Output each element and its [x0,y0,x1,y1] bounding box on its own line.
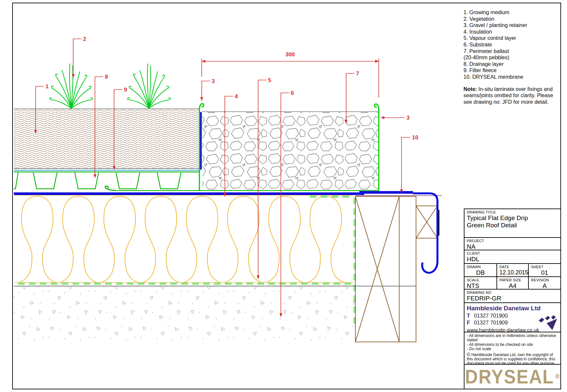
disclaimer-line: - All dimensions are in millimetres unle… [467,334,558,343]
callout-3: 3 [212,78,215,84]
legend-item: 2. Vegetation [463,16,560,22]
paper-size-label: PAPER SIZE [497,277,528,282]
copyright-symbol: © [467,352,470,357]
disclaimer-line: - All dimensions to be checked on site [467,343,558,347]
dimension-value: 300 [285,51,295,58]
drawing-sheet: 1 2 8 9 3 4 5 6 7 10 3 300 1. Growing me… [0,0,567,392]
legend: 1. Growing medium 2. Vegetation 3. Grave… [463,9,560,105]
sheet-label: SHEET [529,264,560,269]
note-text: In-situ laminate over fixings and seams/… [463,86,553,105]
legend-item: 9. Filter fleece [463,67,560,74]
legend-item: 7. Perimeter ballast [463,48,560,55]
note-label: Note: [463,86,477,92]
callout-10: 10 [412,134,418,141]
project-cell: PROJECT NA [464,238,560,250]
legend-item: (20-40mm pebbles) [463,54,560,61]
insulation-hatch [15,195,354,283]
brand-cell: DRYSEAL ® [464,365,560,388]
callout-5: 5 [268,77,271,83]
legend-item: 8. Drainage layer [463,61,560,68]
drawn-label: DRAWN [464,264,496,269]
revision-value: A [529,282,560,290]
callout-3-right: 3 [406,115,409,121]
revision-label: REVISION [529,277,560,282]
client-value: HDL [464,255,560,263]
leader-3-left [202,81,210,101]
drawing-no-value: FEDRIP-GR [464,294,560,302]
title-block: DRAWING TITLE Typical Flat Edge Drip Gre… [464,209,561,389]
callout-9: 9 [124,87,127,93]
legend-item: 3. Gravel / planting retainer [463,22,560,29]
date-value: 12.10.2015 [497,269,528,276]
callout-6: 6 [291,90,294,96]
timber-kerb [355,196,437,342]
sheet-value: 01 [529,269,560,276]
scale-value: NTS [464,282,496,290]
drawing-title-label: DRAWING TITLE [464,209,560,214]
scale-cell: SCALE NTS [464,277,497,289]
legend-item: 6. Substrate [463,42,560,48]
client-label: CLIENT [464,250,560,255]
fax-label: F [467,320,470,325]
callout-4: 4 [235,93,238,99]
tel-number: 01327 701900 [474,313,508,319]
vegetation-plants [50,64,170,108]
growing-medium-hatch [14,109,199,169]
drawing-title-cell: DRAWING TITLE Typical Flat Edge Drip Gre… [464,209,560,238]
paper-size-value: A4 [497,282,528,290]
legend-note: Note: In-situ laminate over fixings and … [463,86,560,105]
project-value: NA [464,243,560,250]
legend-item: 10. DRYSEAL membrane [463,74,560,80]
company-name: Hambleside Danelaw Ltd [464,303,560,312]
registered-mark-icon: ® [555,373,560,380]
hambleside-danelaw-logo-icon [538,314,558,331]
copyright-text: Hambleside Danelaw Ltd, own the copyrigh… [467,352,555,365]
project-label: PROJECT [464,238,560,243]
drawn-value: DB [464,269,496,276]
revision-cell: REVISION A [529,277,560,289]
legend-item: 5. Vapour control layer [463,35,560,42]
leader-10 [402,137,410,193]
drawing-title-line1: Typical Flat Edge Drip [464,214,560,222]
legend-item: 1. Growing medium [463,9,560,16]
drawing-no-label: DRAWING NO [464,290,560,294]
legend-item: 4. Insulation [463,29,560,35]
callout-7: 7 [356,70,359,77]
callout-8: 8 [105,74,108,80]
drawn-cell: DRAWN DB [464,264,497,276]
client-cell: CLIENT HDL [464,250,560,264]
dryseal-membrane [14,191,437,273]
tel-label: T [467,313,470,319]
scale-label: SCALE [464,277,496,282]
disclaimer-cell: - All dimensions are in millimetres unle… [464,332,560,365]
drawing-title-line2: Green Roof Detail [464,222,560,229]
perimeter-ballast [202,112,378,190]
dryseal-logo: DRYSEAL [465,366,554,387]
disclaimer-line: - Do not scale [467,347,558,351]
membrane-upstand [200,112,202,170]
callout-2: 2 [83,36,86,42]
date-label: DATE [497,264,528,269]
paper-size-cell: PAPER SIZE A4 [497,277,529,289]
company-cell: Hambleside Danelaw Ltd T01327 701900 F01… [464,303,560,332]
sheet-cell: SHEET 01 [529,264,560,276]
leader-2 [73,39,81,78]
callout-1: 1 [45,83,48,90]
date-cell: DATE 12.10.2015 [497,264,529,276]
fax-number: 01327 701909 [474,320,508,325]
drawing-no-cell: DRAWING NO FEDRIP-GR [464,290,560,303]
